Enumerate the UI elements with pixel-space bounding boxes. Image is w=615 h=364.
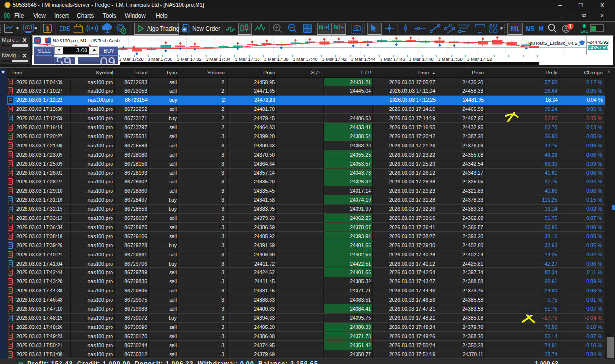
svg-text:3 Mar 17:36: 3 Mar 17:36 <box>235 56 260 61</box>
svg-text:3 Mar 17:40: 3 Mar 17:40 <box>293 56 318 61</box>
svg-text:New Order: New Order <box>192 25 220 32</box>
svg-text:Algo Trading: Algo Trading <box>147 25 179 32</box>
svg-text:IDE: IDE <box>59 26 70 33</box>
svg-text:M1: M1 <box>511 25 519 32</box>
svg-text:3 Mar 17:38: 3 Mar 17:38 <box>264 56 289 61</box>
svg-text:3 Mar 17:48: 3 Mar 17:48 <box>409 56 434 61</box>
svg-text:1: 1 <box>569 24 572 29</box>
svg-text:3 Mar 17:42: 3 Mar 17:42 <box>322 56 347 61</box>
svg-text:3 Mar 17:52: 3 Mar 17:52 <box>467 56 492 61</box>
svg-text:$: $ <box>46 25 49 32</box>
svg-text:3 Mar 17:34: 3 Mar 17:34 <box>206 56 231 61</box>
svg-text:3 Mar 17:28: 3 Mar 17:28 <box>119 56 144 61</box>
svg-text:LVL: LVL <box>580 29 588 34</box>
svg-text:3 Mar 17:30: 3 Mar 17:30 <box>148 56 172 61</box>
svg-text:M: M <box>539 25 544 32</box>
svg-text:5: 5 <box>6 3 9 8</box>
svg-text:3 Mar 17:50: 3 Mar 17:50 <box>438 56 463 61</box>
svg-text:3 Mar 17:32: 3 Mar 17:32 <box>177 56 202 61</box>
svg-text:M5: M5 <box>526 25 534 32</box>
svg-text:3 Mar 17:46: 3 Mar 17:46 <box>380 56 405 61</box>
svg-text:3 Mar 17:44: 3 Mar 17:44 <box>351 56 376 61</box>
